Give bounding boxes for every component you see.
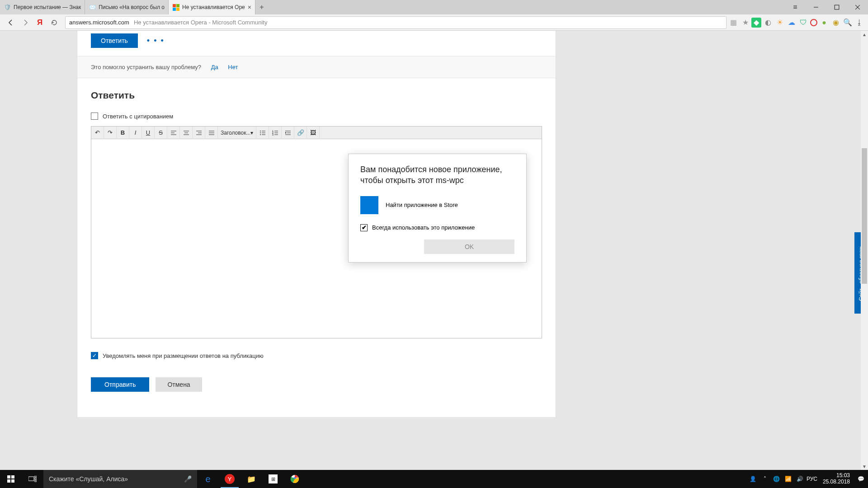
scroll-thumb[interactable] <box>862 148 867 284</box>
link-button[interactable]: 🔗 <box>294 127 307 139</box>
svg-point-20 <box>260 134 261 135</box>
url-domain: answers.microsoft.com <box>69 19 129 26</box>
forward-button[interactable] <box>18 15 33 30</box>
download-icon[interactable]: ⭳ <box>854 18 864 28</box>
task-view-button[interactable] <box>22 470 43 488</box>
tab-title: Не устанавливается Оpe <box>182 4 245 10</box>
explorer-taskbar-icon[interactable]: 📁 <box>241 470 262 488</box>
volume-icon[interactable]: 🔊 <box>796 476 805 482</box>
bookmark-star-icon[interactable]: ★ <box>742 18 749 27</box>
more-actions-button[interactable]: • • • <box>147 36 165 46</box>
number-list-button[interactable]: 123 <box>269 127 282 139</box>
find-in-store-option[interactable]: Найти приложение в Store <box>360 195 514 215</box>
editor-toolbar: ↶ ↷ B I U S Заголовок... ▾ 123 🔗 🖼 <box>91 127 542 139</box>
browser-tab-2[interactable]: Не устанавливается Оpe × <box>169 0 255 14</box>
page-actions-icon[interactable]: ▦ <box>730 18 737 27</box>
edge-taskbar-icon[interactable]: e <box>197 470 219 488</box>
svg-point-18 <box>260 132 261 133</box>
underline-button[interactable]: U <box>142 127 155 139</box>
vertical-scrollbar[interactable]: ▲ ▼ <box>861 31 868 470</box>
extension-icon[interactable]: ◐ <box>763 18 773 28</box>
strikethrough-button[interactable]: S <box>155 127 167 139</box>
back-button[interactable] <box>4 15 18 30</box>
yandex-taskbar-icon[interactable]: Y <box>219 470 241 488</box>
maximize-button[interactable] <box>826 0 847 14</box>
start-button[interactable] <box>0 470 22 488</box>
mic-icon[interactable]: 🎤 <box>184 475 192 483</box>
dialog-title: Вам понадобится новое приложение, чтобы … <box>360 164 514 186</box>
image-button[interactable]: 🖼 <box>307 127 320 139</box>
tab-title: Первое испытание — Знак <box>14 4 81 10</box>
extension-icons: ◆ ◐ ☀ ☁ 🛡 ● ◉ 🔍 ⭳ <box>751 18 864 28</box>
system-tray: 👤 ˄ 🌐 📶 🔊 РУС 15:03 25.08.2018 💬 <box>749 473 868 485</box>
tab-title: Письмо «На вопрос был о <box>99 4 165 10</box>
bullet-list-button[interactable] <box>256 127 269 139</box>
undo-button[interactable]: ↶ <box>91 127 104 139</box>
align-right-button[interactable] <box>193 127 205 139</box>
new-tab-button[interactable]: + <box>255 3 268 11</box>
store-option-label: Найти приложение в Store <box>386 202 458 208</box>
extension-icon[interactable]: ◆ <box>751 18 761 28</box>
mail-icon: ✉️ <box>89 4 96 11</box>
ok-button[interactable]: OK <box>424 239 514 254</box>
browser-tab-1[interactable]: ✉️ Письмо «На вопрос был о <box>85 0 169 14</box>
svg-text:3: 3 <box>272 133 274 136</box>
helpful-yes-link[interactable]: Да <box>211 64 218 70</box>
align-center-button[interactable] <box>180 127 193 139</box>
svg-rect-33 <box>7 479 10 483</box>
extension-icon[interactable] <box>810 19 817 26</box>
calculator-taskbar-icon[interactable]: ⊞ <box>262 470 284 488</box>
tray-overflow-icon[interactable]: ˄ <box>760 476 769 482</box>
yandex-home-button[interactable]: Я <box>33 15 47 30</box>
extension-icon[interactable]: 🔍 <box>843 18 853 28</box>
scroll-down-icon[interactable]: ▼ <box>861 463 868 470</box>
redo-button[interactable]: ↷ <box>104 127 117 139</box>
svg-rect-36 <box>35 476 37 477</box>
cancel-button[interactable]: Отмена <box>156 377 202 392</box>
svg-rect-38 <box>35 480 37 482</box>
extension-icon[interactable]: ☁ <box>787 18 797 28</box>
italic-button[interactable]: I <box>129 127 142 139</box>
heading-select[interactable]: Заголовок... ▾ <box>218 127 256 139</box>
clock-date: 25.08.2018 <box>823 479 850 485</box>
submit-button[interactable]: Отправить <box>91 377 149 392</box>
quote-checkbox[interactable] <box>91 113 98 120</box>
reload-button[interactable] <box>47 15 61 30</box>
bold-button[interactable]: B <box>117 127 129 139</box>
svg-rect-34 <box>11 479 14 483</box>
notify-checkbox[interactable] <box>91 352 98 359</box>
clock-time: 15:03 <box>823 473 850 479</box>
indent-button[interactable] <box>282 127 294 139</box>
extension-icon[interactable]: ● <box>819 18 829 28</box>
quote-label: Ответить с цитированием <box>103 113 173 120</box>
helpful-bar: Это помогло устранить вашу проблему? Да … <box>77 56 556 78</box>
extension-icon[interactable]: ◉ <box>831 18 841 28</box>
network-icon[interactable]: 🌐 <box>772 476 781 482</box>
address-bar-row: Я answers.microsoft.com Не устанавливает… <box>0 14 868 31</box>
taskbar-clock[interactable]: 15:03 25.08.2018 <box>819 473 854 485</box>
extension-icon[interactable]: ☀ <box>775 18 785 28</box>
people-icon[interactable]: 👤 <box>749 476 758 482</box>
address-bar[interactable]: answers.microsoft.com Не устанавливается… <box>65 16 726 29</box>
close-window-button[interactable] <box>847 0 868 14</box>
language-indicator[interactable]: РУС <box>807 476 816 482</box>
microsoft-icon <box>172 4 179 11</box>
action-center-icon[interactable]: 💬 <box>856 476 865 482</box>
extension-icon[interactable]: 🛡 <box>798 18 808 28</box>
windows-taskbar: Скажите «Слушай, Алиса» 🎤 e Y 📁 ⊞ 👤 ˄ 🌐 … <box>0 470 868 488</box>
taskbar-search[interactable]: Скажите «Слушай, Алиса» 🎤 <box>43 470 197 488</box>
minimize-button[interactable] <box>806 0 826 14</box>
chrome-taskbar-icon[interactable] <box>284 470 306 488</box>
always-use-checkbox[interactable]: ✔ <box>360 224 368 231</box>
close-icon[interactable]: × <box>248 4 251 11</box>
browser-tab-0[interactable]: 🛡️ Первое испытание — Знак <box>0 0 85 14</box>
reply-button[interactable]: Ответить <box>91 33 138 48</box>
scroll-up-icon[interactable]: ▲ <box>861 31 868 38</box>
helpful-no-link[interactable]: Нет <box>228 64 238 70</box>
store-icon <box>360 196 378 214</box>
align-justify-button[interactable] <box>205 127 218 139</box>
wifi-icon[interactable]: 📶 <box>784 476 793 482</box>
browser-menu-button[interactable]: ≡ <box>785 0 806 14</box>
align-left-button[interactable] <box>167 127 180 139</box>
page-viewport: Ответить • • • Это помогло устранить ваш… <box>0 31 868 470</box>
